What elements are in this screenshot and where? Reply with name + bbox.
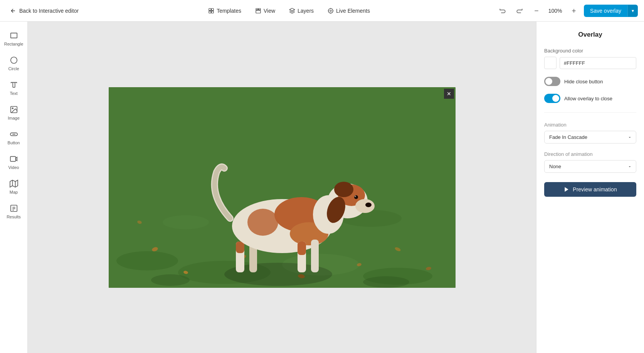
live-elements-icon (328, 8, 334, 14)
sidebar-item-video[interactable]: Video (2, 151, 25, 173)
hide-close-button-slider (544, 77, 560, 86)
animation-label: Animation (544, 122, 636, 128)
redo-icon (516, 7, 523, 14)
sidebar-item-map[interactable]: Map (2, 176, 25, 198)
allow-overlay-close-toggle[interactable] (544, 94, 560, 103)
button-icon (9, 130, 18, 139)
svg-point-63 (151, 274, 190, 286)
zoom-level-display: 100% (546, 8, 564, 14)
canvas-image-background (109, 87, 456, 288)
svg-marker-65 (565, 187, 568, 192)
canvas-area: ✕ (28, 22, 536, 353)
sidebar-item-results[interactable]: Results (2, 201, 25, 222)
text-label: Text (10, 91, 17, 96)
svg-point-62 (365, 203, 372, 207)
svg-point-57 (334, 182, 353, 197)
svg-point-60 (354, 195, 358, 199)
svg-rect-46 (236, 242, 244, 253)
hide-close-button-label: Hide close button (564, 79, 603, 84)
sidebar-item-button[interactable]: Button (2, 127, 25, 148)
preview-animation-button[interactable]: Preview animation (544, 182, 636, 197)
svg-marker-19 (10, 180, 17, 187)
sidebar-item-circle[interactable]: Circle (2, 52, 25, 74)
image-icon (9, 105, 18, 114)
svg-rect-5 (259, 8, 261, 10)
preview-animation-label: Preview animation (573, 186, 617, 193)
svg-point-58 (355, 199, 375, 213)
image-label: Image (8, 116, 20, 120)
color-swatch[interactable] (544, 57, 557, 69)
zoom-out-button[interactable] (530, 4, 543, 18)
save-overlay-button[interactable]: Save overlay ▾ (584, 5, 638, 17)
save-overlay-dropdown[interactable]: ▾ (627, 5, 638, 17)
zoom-in-button[interactable] (567, 4, 581, 18)
button-label: Button (8, 140, 20, 145)
view-button[interactable]: View (249, 5, 281, 17)
background-color-label: Background color (544, 48, 636, 54)
zoom-in-icon (571, 8, 577, 14)
zoom-out-icon (533, 8, 540, 14)
color-value-input[interactable] (560, 57, 636, 69)
direction-section: Direction of animation None Left Right T… (544, 151, 636, 173)
sidebar-item-rectangle[interactable]: Rectangle (2, 28, 25, 49)
allow-overlay-close-label: Allow overlay to close (564, 96, 612, 101)
video-icon (9, 154, 18, 164)
view-icon (255, 8, 261, 14)
svg-rect-52 (311, 240, 319, 272)
svg-rect-2 (209, 11, 211, 13)
canvas-image: ✕ (109, 87, 456, 288)
hide-close-button-row: Hide close button (544, 77, 636, 86)
svg-rect-4 (256, 8, 258, 10)
map-icon (9, 179, 18, 188)
view-label: View (264, 8, 275, 14)
play-icon (563, 186, 570, 193)
direction-select[interactable]: None Left Right Top Bottom (544, 160, 636, 173)
direction-label: Direction of animation (544, 151, 636, 157)
allow-overlay-close-row: Allow overlay to close (544, 94, 636, 103)
svg-point-27 (116, 251, 178, 270)
svg-rect-11 (10, 33, 17, 38)
layers-button[interactable]: Layers (283, 5, 320, 17)
animation-section: Animation Fade In Cascade Fade In Slide … (544, 122, 636, 144)
hide-close-button-toggle[interactable] (544, 77, 560, 86)
save-overlay-main[interactable]: Save overlay (584, 5, 627, 17)
svg-point-7 (330, 10, 331, 12)
animation-select[interactable]: Fade In Cascade Fade In Slide In None (544, 131, 636, 144)
undo-icon (499, 7, 506, 14)
map-label: Map (10, 190, 18, 194)
svg-point-61 (355, 196, 356, 197)
color-row (544, 57, 636, 69)
svg-rect-22 (10, 205, 17, 212)
redo-button[interactable] (513, 4, 526, 18)
allow-overlay-close-slider (544, 94, 560, 103)
undo-button[interactable] (496, 4, 509, 18)
canvas-close-button[interactable]: ✕ (444, 89, 454, 99)
svg-point-49 (247, 209, 278, 236)
svg-rect-3 (212, 11, 214, 13)
layers-label: Layers (298, 8, 314, 14)
background-color-section: Background color (544, 48, 636, 69)
topbar-center-nav: Templates View Layers Live Elements (82, 5, 496, 17)
svg-point-14 (12, 108, 13, 109)
video-label: Video (8, 165, 19, 170)
back-button[interactable]: Back to Interactive editor (6, 5, 82, 16)
templates-icon (208, 8, 214, 14)
right-panel: Overlay Background color Hide close butt… (536, 22, 644, 353)
svg-point-64 (363, 276, 409, 288)
left-sidebar: Rectangle Circle Text (0, 22, 28, 353)
main-area: Rectangle Circle Text (0, 22, 644, 353)
svg-point-12 (10, 57, 17, 64)
live-elements-button[interactable]: Live Elements (321, 5, 376, 17)
canvas-scene-svg (109, 87, 456, 288)
templates-button[interactable]: Templates (202, 5, 247, 17)
section-divider (544, 112, 636, 113)
svg-point-31 (398, 226, 452, 242)
rectangle-label: Rectangle (4, 42, 24, 46)
svg-rect-1 (212, 8, 214, 10)
sidebar-item-image[interactable]: Image (2, 102, 25, 123)
back-arrow-icon (10, 8, 16, 14)
svg-marker-18 (15, 157, 17, 160)
text-icon (9, 80, 18, 90)
sidebar-item-text[interactable]: Text (2, 77, 25, 99)
canvas-content: ✕ (109, 87, 456, 288)
